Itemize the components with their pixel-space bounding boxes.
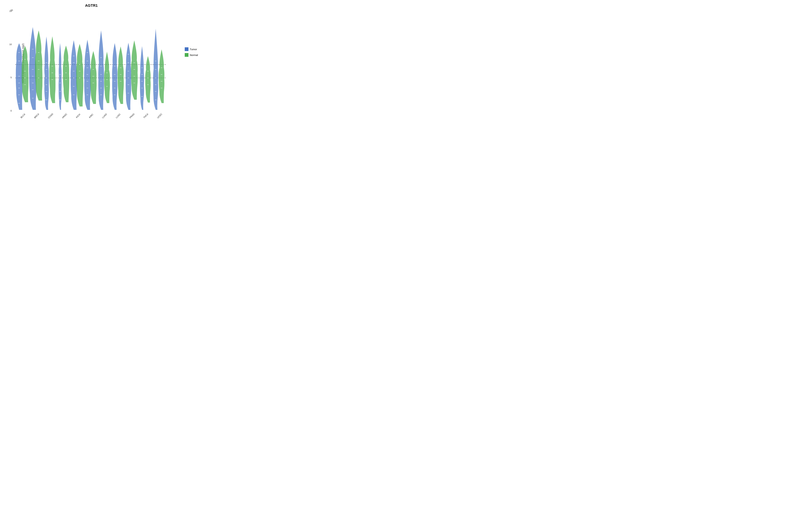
violin-hnsc-normal: [63, 46, 69, 102]
x-label-kich: KICH: [75, 113, 81, 119]
violin-blca: [16, 43, 29, 110]
svg-rect-7: [24, 71, 26, 71]
violin-thca: [140, 46, 151, 110]
violin-brca-normal: [35, 31, 43, 101]
y-tick-label-15: 15: [9, 10, 12, 12]
svg-rect-4: [18, 103, 20, 103]
violin-thca-tumor: [140, 46, 144, 110]
svg-rect-77: [128, 93, 129, 93]
svg-rect-65: [106, 86, 108, 87]
svg-rect-30: [52, 79, 53, 80]
x-label-thca: THCA: [143, 113, 149, 119]
svg-rect-85: [141, 81, 143, 81]
svg-rect-36: [65, 73, 67, 73]
svg-rect-72: [120, 74, 121, 75]
svg-rect-93: [155, 84, 156, 85]
violin-kich-tumor: [71, 40, 77, 110]
svg-rect-0: [18, 76, 20, 76]
violin-coad-tumor: [44, 37, 49, 110]
svg-rect-90: [147, 78, 149, 78]
svg-rect-62: [100, 57, 102, 58]
svg-rect-6: [18, 52, 20, 53]
violin-luad-normal: [104, 52, 110, 103]
svg-rect-87: [141, 96, 143, 97]
violin-lusc: [112, 43, 124, 110]
svg-rect-38: [73, 71, 74, 71]
x-label-luad: LUAD: [101, 113, 107, 119]
x-label-prad: PRAD: [129, 113, 135, 119]
svg-rect-51: [87, 95, 88, 95]
svg-rect-68: [114, 88, 115, 88]
svg-rect-58: [100, 81, 102, 81]
legend-tumor-label: Tumor: [190, 48, 197, 51]
svg-rect-29: [52, 73, 53, 73]
svg-rect-19: [38, 69, 39, 70]
svg-rect-67: [114, 81, 115, 81]
violin-prad-tumor: [125, 43, 131, 110]
svg-rect-12: [32, 76, 34, 76]
svg-rect-86: [141, 88, 143, 88]
svg-rect-25: [46, 100, 47, 100]
chart-container: AGTR1 mRNA Expression (RNASeq V2, log2): [0, 0, 203, 127]
svg-rect-46: [79, 78, 80, 78]
x-label-brca: BRCA: [34, 113, 40, 119]
svg-rect-21: [38, 52, 39, 53]
legend-tumor-box: [185, 47, 189, 51]
svg-rect-3: [18, 95, 20, 95]
svg-rect-91: [147, 84, 149, 85]
svg-rect-92: [155, 78, 156, 78]
svg-rect-20: [38, 78, 39, 78]
x-label-ucec: UCEC: [156, 113, 163, 119]
svg-rect-88: [141, 68, 143, 68]
violin-kich: [71, 40, 84, 110]
svg-rect-55: [93, 76, 94, 76]
legend-normal-box: [185, 53, 189, 57]
violin-ucec-normal: [159, 49, 164, 103]
svg-rect-56: [93, 83, 94, 83]
svg-rect-96: [155, 69, 156, 70]
svg-rect-13: [32, 83, 34, 83]
svg-rect-98: [161, 68, 162, 68]
svg-rect-16: [32, 57, 34, 58]
y-tick-label-10: 10: [9, 43, 12, 46]
svg-rect-66: [114, 74, 115, 75]
svg-rect-8: [24, 78, 26, 78]
svg-rect-52: [87, 61, 88, 61]
svg-rect-94: [155, 91, 156, 92]
violin-chart: [15, 10, 166, 110]
svg-rect-57: [100, 74, 102, 75]
violin-kirc: [84, 40, 97, 110]
svg-rect-15: [32, 98, 34, 98]
violin-ucec: [153, 29, 164, 110]
legend-normal: Normal: [185, 53, 198, 57]
svg-rect-34: [59, 74, 61, 75]
svg-rect-76: [128, 84, 129, 85]
x-label-lusc: LUSC: [115, 113, 121, 119]
svg-rect-79: [128, 54, 129, 54]
violin-coad: [44, 36, 55, 110]
svg-rect-2: [18, 88, 20, 88]
svg-rect-75: [128, 78, 129, 78]
violin-prad: [125, 40, 138, 110]
svg-rect-84: [141, 74, 143, 75]
svg-rect-74: [128, 71, 129, 71]
legend-normal-label: Normal: [190, 54, 198, 56]
x-axis-labels: BLCA BRCA COAD HNSC KICH KIRC LUAD LUSC …: [15, 115, 166, 117]
x-label-blca: BLCA: [20, 113, 26, 119]
svg-rect-78: [128, 62, 129, 63]
violin-kirc-normal: [90, 51, 97, 104]
svg-rect-81: [134, 69, 135, 70]
svg-rect-33: [59, 100, 61, 100]
svg-rect-37: [65, 79, 67, 80]
legend-tumor: Tumor: [185, 47, 198, 51]
svg-rect-59: [100, 88, 102, 88]
x-label-coad: COAD: [47, 113, 54, 119]
svg-rect-82: [134, 76, 135, 76]
x-label-kirc: KIRC: [89, 113, 94, 119]
svg-rect-35: [65, 66, 67, 66]
violin-lusc-tumor: [112, 43, 117, 110]
svg-rect-27: [46, 62, 47, 63]
svg-rect-1: [18, 83, 20, 83]
svg-rect-32: [59, 91, 61, 92]
svg-rect-31: [59, 83, 61, 83]
